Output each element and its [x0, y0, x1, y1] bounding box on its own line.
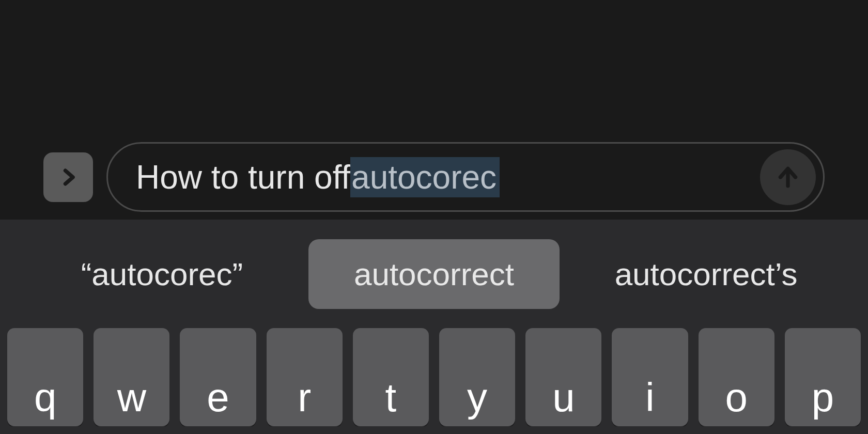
text-input-pill[interactable]: How to turn off autocorec [106, 142, 825, 212]
suggestion-alternate[interactable]: autocorrect’s [560, 239, 853, 309]
input-row: How to turn off autocorec [0, 142, 868, 212]
key-u[interactable]: u [525, 328, 601, 426]
key-i[interactable]: i [612, 328, 688, 426]
suggestion-bar: “autocorec” autocorrect autocorrect’s [0, 220, 868, 328]
typed-text: How to turn off [136, 158, 350, 196]
key-e[interactable]: e [180, 328, 256, 426]
autocorrect-highlight: autocorec [350, 157, 500, 197]
suggestion-literal[interactable]: “autocorec” [16, 239, 308, 309]
key-y[interactable]: y [439, 328, 515, 426]
input-text: How to turn off autocorec [136, 157, 500, 197]
send-button[interactable] [760, 149, 816, 205]
key-w[interactable]: w [94, 328, 169, 426]
chevron-right-icon [57, 166, 80, 189]
suggestion-primary[interactable]: autocorrect [308, 239, 560, 309]
key-t[interactable]: t [353, 328, 429, 426]
keyboard-row-1: q w e r t y u i o p [0, 328, 868, 426]
key-p[interactable]: p [785, 328, 861, 426]
key-q[interactable]: q [7, 328, 83, 426]
expand-button[interactable] [43, 152, 93, 202]
key-o[interactable]: o [699, 328, 774, 426]
arrow-up-icon [775, 164, 801, 190]
keyboard-area: “autocorec” autocorrect autocorrect’s q … [0, 220, 868, 434]
key-r[interactable]: r [267, 328, 343, 426]
